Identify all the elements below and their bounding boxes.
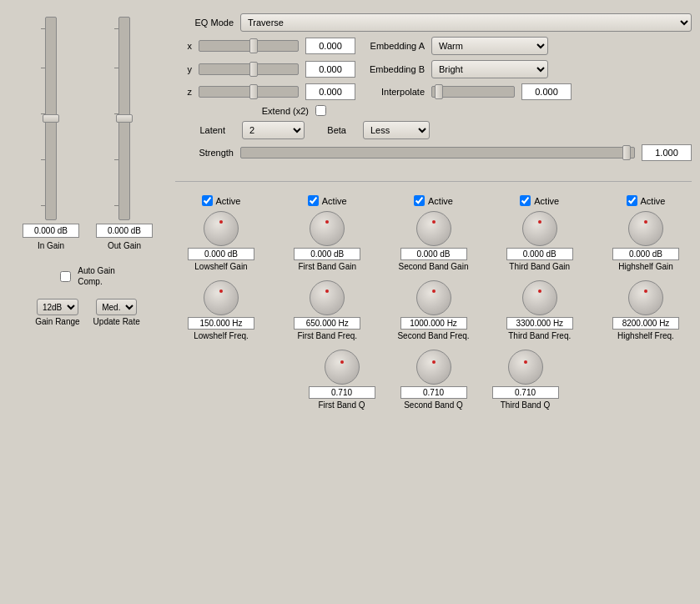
- active-row: Active Active Active: [175, 195, 692, 209]
- out-gain-thumb[interactable]: [116, 114, 133, 123]
- highshelf-freq-label: Highshelf Freq.: [617, 331, 674, 341]
- strength-value-input[interactable]: [642, 144, 692, 161]
- eq-mode-label: EQ Mode: [175, 18, 234, 28]
- in-gain-track[interactable]: – – – – –: [45, 17, 57, 220]
- interpolate-slider-thumb[interactable]: [435, 84, 443, 99]
- interpolate-slider-track[interactable]: [431, 86, 515, 98]
- second-band-q-dot: [432, 360, 436, 364]
- third-band-freq-col: 3300.000 Hz Third Band Freq.: [494, 280, 586, 341]
- third-band-freq-label: Third Band Freq.: [508, 331, 571, 341]
- active-item-2: Active: [414, 195, 453, 206]
- embedding-a-select[interactable]: Warm Bright Natural: [431, 37, 548, 55]
- first-band-q-label: First Band Q: [318, 400, 365, 410]
- out-gain-label: Out Gain: [108, 241, 141, 250]
- active-item-3: Active: [520, 195, 559, 206]
- third-band-gain-label: Third Band Gain: [509, 262, 570, 272]
- active-checkbox-1[interactable]: [308, 195, 319, 206]
- y-label: y: [175, 64, 192, 74]
- highshelf-freq-col: 8200.000 Hz Highshelf Freq.: [600, 280, 692, 341]
- extend-row: Extend (x2): [175, 105, 692, 116]
- embedding-b-select[interactable]: Bright Warm Natural: [431, 60, 548, 78]
- auto-gain-checkbox[interactable]: [60, 271, 71, 282]
- main-container: – – – – – 0.000 dB In Gain – – – – –: [0, 0, 700, 604]
- x-slider-thumb[interactable]: [249, 38, 258, 53]
- third-band-gain-col: 0.000 dB Third Band Gain: [494, 211, 586, 272]
- active-checkbox-2[interactable]: [414, 195, 425, 206]
- strength-label: Strength: [175, 148, 234, 158]
- active-checkbox-0[interactable]: [202, 195, 213, 206]
- in-gain-label: In Gain: [38, 241, 64, 250]
- auto-gain-label: Auto GainComp.: [78, 265, 114, 287]
- third-band-q-dot: [524, 360, 527, 364]
- active-item-1: Active: [308, 195, 347, 206]
- first-band-gain-col: 0.000 dB First Band Gain: [281, 211, 373, 272]
- strength-track[interactable]: [240, 147, 635, 159]
- lowshelf-gain-value: 0.000 dB: [188, 248, 254, 260]
- third-band-q-knob[interactable]: [508, 350, 543, 385]
- out-gain-slider-col: – – – – – 0.000 dB Out Gain: [96, 17, 153, 250]
- lowshelf-freq-col: 150.000 Hz Lowshelf Freq.: [175, 280, 267, 341]
- active-label-2: Active: [428, 196, 453, 206]
- highshelf-freq-dot: [644, 289, 647, 293]
- lowshelf-freq-label: Lowshelf Freq.: [194, 331, 249, 341]
- separator-1: [175, 181, 692, 182]
- z-slider-track[interactable]: [199, 86, 299, 98]
- lowshelf-freq-knob[interactable]: [204, 280, 239, 315]
- beta-select[interactable]: Less More: [363, 121, 430, 139]
- z-label: z: [175, 87, 192, 97]
- second-band-freq-col: 1000.000 Hz Second Band Freq.: [388, 280, 480, 341]
- lowshelf-gain-knob[interactable]: [204, 211, 239, 246]
- eq-mode-select[interactable]: Traverse Linear Minimum: [240, 13, 692, 32]
- left-panel: – – – – – 0.000 dB In Gain – – – – –: [8, 8, 167, 596]
- z-slider-thumb[interactable]: [249, 84, 258, 99]
- x-label: x: [175, 41, 192, 51]
- second-band-gain-knob[interactable]: [416, 211, 451, 246]
- extend-checkbox[interactable]: [315, 105, 326, 116]
- out-gain-track[interactable]: – – – – –: [118, 17, 130, 220]
- active-checkbox-3[interactable]: [520, 195, 531, 206]
- update-rate-label: Update Rate: [93, 317, 140, 326]
- y-slider-track[interactable]: [199, 63, 299, 75]
- first-band-freq-dot: [325, 289, 329, 293]
- second-band-freq-knob[interactable]: [416, 280, 451, 315]
- x-slider-track[interactable]: [199, 40, 299, 52]
- first-band-q-knob[interactable]: [325, 350, 360, 385]
- first-band-gain-dot: [325, 220, 329, 224]
- z-row: z Interpolate: [175, 83, 692, 100]
- gain-range-select[interactable]: 12dB 24dB 6dB: [37, 299, 78, 315]
- in-gain-thumb[interactable]: [43, 114, 59, 123]
- interpolate-value-input[interactable]: [521, 83, 572, 100]
- strength-thumb[interactable]: [622, 145, 631, 160]
- second-band-q-knob[interactable]: [416, 350, 451, 385]
- y-value-input[interactable]: [305, 61, 355, 78]
- update-rate-group: Med. Fast Slow Update Rate: [93, 299, 140, 326]
- x-row: x Embedding A Warm Bright Natural: [175, 37, 692, 55]
- active-label-1: Active: [322, 196, 347, 206]
- z-value-input[interactable]: [305, 83, 355, 100]
- band-col-3-active: Active: [494, 195, 586, 209]
- active-label-0: Active: [216, 196, 241, 206]
- third-band-freq-knob[interactable]: [522, 280, 557, 315]
- y-slider-thumb[interactable]: [249, 62, 258, 77]
- first-band-q-col: 0.710 First Band Q: [296, 350, 388, 410]
- second-band-freq-dot: [432, 289, 436, 293]
- latent-select[interactable]: 1 2 3 4: [242, 121, 305, 139]
- highshelf-freq-knob[interactable]: [628, 280, 663, 315]
- active-checkbox-4[interactable]: [627, 195, 637, 206]
- x-value-input[interactable]: [305, 38, 355, 54]
- lowshelf-gain-label: Lowshelf Gain: [194, 262, 247, 272]
- second-band-gain-label: Second Band Gain: [399, 262, 469, 272]
- latent-label: Latent: [175, 125, 225, 135]
- second-band-gain-col: 0.000 dB Second Band Gain: [388, 211, 480, 272]
- second-band-freq-label: Second Band Freq.: [397, 331, 469, 341]
- band-col-0-active: Active: [175, 195, 267, 209]
- first-band-freq-knob[interactable]: [310, 280, 345, 315]
- bands-section: Active Active Active: [175, 195, 692, 412]
- third-band-gain-knob[interactable]: [522, 211, 557, 246]
- second-band-freq-value: 1000.000 Hz: [400, 317, 467, 330]
- third-band-q-col: 0.710 Third Band Q: [480, 350, 572, 410]
- update-rate-select[interactable]: Med. Fast Slow: [96, 299, 137, 315]
- first-band-q-dot: [340, 360, 344, 364]
- first-band-gain-knob[interactable]: [310, 211, 345, 246]
- highshelf-gain-knob[interactable]: [628, 211, 663, 246]
